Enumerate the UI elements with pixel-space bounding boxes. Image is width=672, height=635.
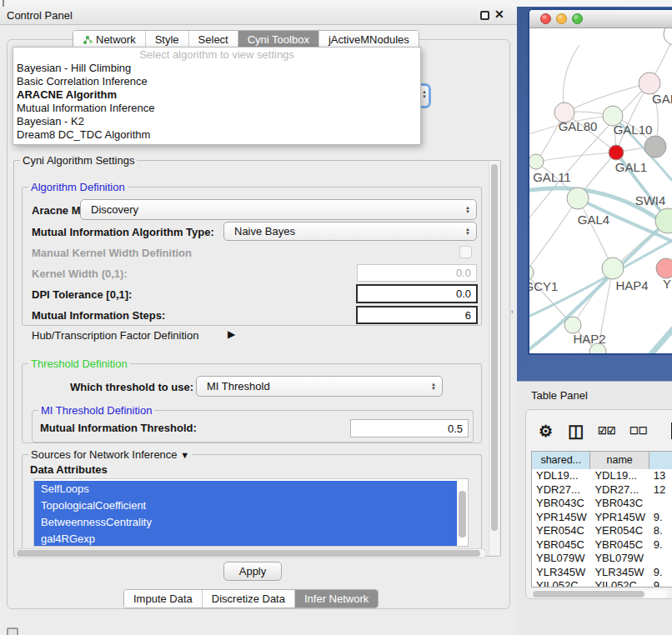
network-edge[interactable] (578, 198, 613, 268)
network-node-gal4[interactable] (567, 188, 589, 209)
network-node[interactable] (664, 28, 672, 45)
scrollbar-thumb[interactable] (533, 591, 644, 598)
aracne-mode-combobox[interactable]: Discovery ▲▼ (80, 199, 477, 220)
table-panel-inner: ⚙◫☑☑☐☐ shared...name YDL19...YDL19...13Y… (525, 409, 672, 599)
gear-icon[interactable]: ⚙ (539, 422, 553, 441)
mi-threshold-field[interactable]: 0.5 (350, 419, 469, 438)
dropdown-item[interactable]: Mutual Information Inference (13, 102, 420, 115)
mi-threshold-label: Mutual Information Threshold: (40, 422, 197, 434)
data-attributes-list[interactable]: SelfLoopsTopologicalCoefficientBetweenne… (33, 478, 469, 547)
network-edge[interactable] (529, 83, 649, 228)
table-row[interactable]: YBR043CYBR043C (532, 497, 672, 511)
network-edge[interactable] (536, 152, 616, 162)
table-row[interactable]: YPR145WYPR145W9. (532, 511, 672, 525)
apply-button-label: Apply (239, 565, 267, 578)
unchecked-columns-icon[interactable]: ☐☐ (629, 425, 648, 437)
tab-style-label: Style (155, 31, 179, 48)
table-row[interactable]: YBR045CYBR045C9. (532, 538, 672, 552)
attribute-list-item[interactable]: TopologicalCoefficient (34, 498, 457, 514)
dock-panel-icon[interactable] (7, 628, 18, 635)
network-window-titlebar[interactable] (529, 10, 672, 28)
column-header[interactable]: shared... (532, 452, 590, 469)
network-edge-highlighted[interactable] (644, 322, 672, 355)
apply-button[interactable]: Apply (223, 562, 282, 581)
manual-kernel-checkbox[interactable] (459, 246, 472, 258)
minimize-button[interactable] (556, 13, 567, 24)
dropdown-item[interactable]: Dream8 DC_TDC Algorithm (13, 128, 420, 142)
tab-select[interactable]: Select (188, 31, 238, 48)
network-node-hap2[interactable] (564, 317, 581, 333)
split-view-icon[interactable]: ◫ (568, 421, 584, 441)
spinner-arrows-icon: ▲▼ (465, 206, 470, 214)
checked-columns-icon[interactable]: ☑☑ (598, 425, 616, 437)
tab-style[interactable]: Style (145, 31, 188, 48)
network-window[interactable]: GALGAL80GAL10GAL1GAL11SWI4GAL4GCY1HAP4YH… (528, 8, 672, 355)
expand-right-icon[interactable]: ▶ (228, 328, 235, 340)
table-body: YDL19...YDL19...13YDR27...YDR27...12YBR0… (532, 469, 672, 588)
node-table[interactable]: shared...name YDL19...YDL19...13YDR27...… (531, 451, 672, 588)
settings-vertical-scrollbar[interactable] (489, 162, 499, 555)
network-view[interactable]: GALGAL80GAL10GAL1GAL11SWI4GAL4GCY1HAP4YH… (529, 28, 672, 355)
node-label: GAL80 (559, 119, 598, 133)
table-row[interactable]: YBL079WYBL079W (532, 552, 672, 566)
dropdown-item[interactable]: ARACNE Algorithm (13, 88, 420, 102)
mi-steps-field[interactable]: 6 (356, 306, 478, 324)
hub-section-label[interactable]: Hub/Transcription Factor Definition (32, 329, 198, 342)
tab-network[interactable]: Network (73, 31, 145, 48)
table-cell (649, 497, 672, 511)
which-threshold-combobox[interactable]: MI Threshold ▲▼ (196, 376, 443, 397)
algorithm-dropdown-items: Bayesian - Hill ClimbingBasic Correlatio… (13, 62, 420, 142)
tab-infer-network[interactable]: Infer Network (294, 590, 378, 608)
table-cell: YBR045C (532, 538, 590, 552)
tab-discretize-data[interactable]: Discretize Data (202, 590, 294, 608)
network-node[interactable] (609, 145, 624, 160)
table-cell: YIL052C (532, 579, 590, 588)
tab-impute-data[interactable]: Impute Data (124, 590, 202, 608)
tab-cyni-toolbox[interactable]: Cyni Toolbox (238, 31, 318, 48)
attribute-list-item[interactable]: gal4RGexp (34, 531, 457, 547)
node-label: GAL1 (615, 160, 647, 174)
network-node-gal11[interactable] (529, 154, 544, 169)
control-panel-titlebar: Control Panel ✕ (0, 7, 517, 25)
screen: Control Panel ✕ Network Style Select Cyn… (0, 0, 672, 635)
network-node[interactable] (644, 136, 666, 158)
split-pane-collapse-icon[interactable]: ‹ (511, 308, 514, 316)
tab-jactivemnodules[interactable]: jActiveMNodules (318, 31, 419, 48)
table-horizontal-scrollbar[interactable] (532, 590, 668, 598)
dropdown-item[interactable]: Basic Correlation Inference (13, 75, 420, 88)
network-node-y[interactable] (656, 258, 672, 278)
table-cell: 12 (649, 483, 672, 498)
network-node-gcy1[interactable] (529, 264, 534, 281)
kernel-width-field[interactable]: 0.0 (357, 264, 477, 282)
table-row[interactable]: YDR27...YDR27...12 (532, 483, 672, 498)
attribute-list-item[interactable]: SelfLoops (34, 481, 457, 498)
table-cell: YDL19... (532, 469, 590, 483)
table-cell: YLR345W (590, 566, 649, 580)
zoom-button[interactable] (572, 13, 583, 24)
table-cell: 13 (649, 469, 672, 483)
sources-title[interactable]: Sources for Network Inference ▼ (28, 448, 192, 461)
column-header[interactable] (649, 452, 672, 469)
network-node-hap4[interactable] (602, 258, 624, 279)
network-edge[interactable] (529, 198, 578, 272)
table-row[interactable]: YER054CYER054C8. (532, 524, 672, 538)
dpi-tolerance-field[interactable]: 0.0 (356, 284, 478, 303)
dropdown-item[interactable]: Bayesian - Hill Climbing (13, 62, 420, 75)
close-panel-icon[interactable]: ✕ (494, 8, 504, 21)
list-scrollbar-thumb[interactable] (459, 491, 466, 538)
dropdown-item[interactable]: Bayesian - K2 (13, 115, 420, 128)
node-label: SWI4 (635, 193, 666, 208)
float-panel-icon[interactable] (480, 11, 489, 20)
scrollbar-thumb[interactable] (491, 164, 498, 531)
table-row[interactable]: YDL19...YDL19...13 (532, 469, 672, 483)
column-header[interactable]: name (590, 452, 649, 469)
algorithm-dropdown-popup: Select algorithm to view settings Bayesi… (13, 47, 421, 145)
close-button[interactable] (540, 13, 551, 24)
settings-horizontal-scrollbar[interactable] (14, 548, 487, 558)
table-row[interactable]: YLR345WYLR345W9. (532, 566, 672, 580)
table-row[interactable]: YIL052CYIL052C9. (532, 579, 672, 588)
attribute-list-item[interactable]: BetweennessCentrality (34, 514, 457, 531)
mi-type-combobox[interactable]: Naive Bayes ▲▼ (223, 222, 477, 241)
scrollbar-thumb[interactable] (17, 550, 480, 557)
tab-impute-data-label: Impute Data (133, 590, 193, 608)
